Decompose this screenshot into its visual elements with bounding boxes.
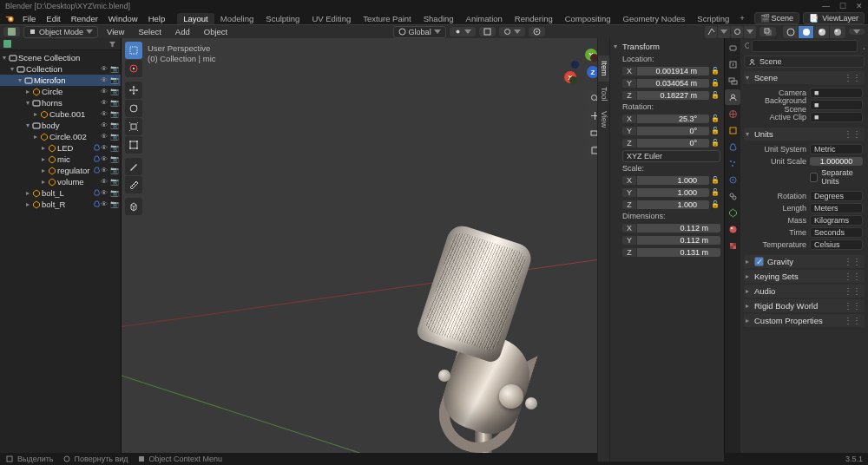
disclosure-triangle[interactable]: ▸ [39, 167, 47, 174]
prop-tab-particles[interactable] [725, 155, 740, 171]
prop-tab-render[interactable] [725, 40, 740, 56]
scale-y[interactable]: 1.000 [637, 188, 709, 197]
shading-material[interactable] [814, 26, 830, 38]
prop-tab-scene[interactable] [725, 89, 740, 105]
hide-viewport-icon[interactable]: 👁 [101, 189, 108, 197]
shading-wireframe[interactable] [783, 26, 799, 38]
tab-texture-paint[interactable]: Texture Paint [357, 13, 417, 24]
time-unit-dropdown[interactable]: Seconds [810, 227, 863, 238]
navigation-gizmo[interactable]: X Y Z [561, 45, 602, 87]
tool-select-box[interactable] [125, 42, 142, 59]
menu-edit[interactable]: Edit [41, 14, 65, 23]
hide-viewport-icon[interactable]: 👁 [101, 121, 108, 129]
rotation-x[interactable]: 25.3° [637, 115, 709, 123]
dim-y[interactable]: 0.112 m [637, 236, 720, 245]
shading-dropdown[interactable] [849, 29, 865, 35]
vp-menu-object[interactable]: Object [199, 27, 233, 36]
tree-row[interactable]: ▸LED👁📷 [0, 142, 121, 154]
panel-keying-header[interactable]: ▸Keying Sets⋮⋮ [744, 270, 865, 283]
disable-render-icon[interactable]: 📷 [110, 76, 118, 84]
disclosure-triangle[interactable]: ▸ [23, 189, 31, 197]
menu-file[interactable]: File [17, 14, 41, 23]
disable-render-icon[interactable]: 📷 [110, 200, 118, 208]
maximize-button[interactable]: ☐ [838, 2, 846, 10]
pivot-button[interactable] [450, 27, 476, 36]
3d-viewport[interactable]: Options User Perspective (0) Collection … [122, 38, 724, 462]
lock-icon[interactable]: 🔓 [710, 139, 720, 147]
tree-row[interactable]: ▾body👁📷 [0, 120, 121, 131]
disclosure-triangle[interactable]: ▸ [39, 144, 47, 152]
disclosure-triangle[interactable]: ▾ [23, 99, 31, 107]
lock-icon[interactable]: 🔓 [710, 200, 720, 208]
disable-render-icon[interactable]: 📷 [110, 88, 118, 95]
hide-viewport-icon[interactable]: 👁 [101, 200, 108, 208]
tab-add[interactable]: + [735, 13, 749, 24]
xray-button[interactable] [760, 27, 776, 36]
snap-button[interactable] [479, 27, 496, 36]
gravity-checkbox[interactable]: ✓ [754, 257, 764, 266]
proportional-button[interactable] [529, 27, 545, 36]
disclosure-triangle[interactable]: ▸ [39, 155, 47, 163]
rotation-y[interactable]: 0° [637, 127, 709, 135]
outliner-tree[interactable]: ▾Scene Collection▾Collection👁📷▾Microfon👁… [0, 50, 121, 462]
tree-row[interactable]: ▸bolt_R👁📷 [0, 199, 121, 210]
prop-tab-world[interactable] [725, 106, 740, 121]
viewlayer-selector[interactable]: 📑 ViewLayer [803, 12, 865, 24]
orientation-dropdown[interactable]: Global [393, 26, 446, 38]
rotation-z[interactable]: 0° [637, 139, 709, 147]
tab-modeling[interactable]: Modeling [214, 13, 260, 24]
pin-icon[interactable] [860, 42, 865, 51]
tree-row[interactable]: ▸Circle👁📷 [0, 86, 121, 97]
temperature-unit-dropdown[interactable]: Celsius [810, 239, 863, 250]
location-y[interactable]: 0.034054 m [637, 79, 709, 88]
hide-viewport-icon[interactable]: 👁 [101, 99, 108, 107]
scale-x[interactable]: 1.000 [637, 176, 709, 185]
hide-viewport-icon[interactable]: 👁 [101, 178, 108, 186]
prop-tab-data[interactable] [725, 205, 740, 220]
transform-panel-header[interactable]: ▾Transform [614, 40, 720, 53]
overlay-toggle[interactable] [731, 26, 743, 38]
prop-tab-texture[interactable] [725, 238, 740, 253]
tool-cursor[interactable] [125, 60, 142, 77]
tree-row[interactable]: ▾Scene Collection [0, 52, 121, 63]
minimize-button[interactable]: — [822, 2, 830, 10]
disclosure-triangle[interactable]: ▾ [16, 76, 23, 84]
disclosure-triangle[interactable]: ▾ [8, 65, 16, 73]
tool-measure[interactable] [125, 176, 142, 193]
tree-row[interactable]: ▾Microfon👁📷 [0, 75, 121, 86]
overlay-dropdown[interactable] [744, 26, 756, 38]
prop-tab-output[interactable] [725, 56, 740, 72]
outliner-type-icon[interactable] [3, 40, 11, 48]
properties-data-path[interactable]: Scene [744, 56, 865, 68]
hide-viewport-icon[interactable]: 👁 [101, 110, 108, 118]
disclosure-triangle[interactable]: ▸ [31, 133, 39, 141]
tree-row[interactable]: ▾horns👁📷 [0, 97, 121, 108]
disclosure-triangle[interactable]: ▸ [23, 200, 31, 208]
disable-render-icon[interactable]: 📷 [110, 178, 118, 186]
tab-scripting[interactable]: Scripting [691, 13, 735, 24]
tab-shading[interactable]: Shading [418, 13, 460, 24]
blender-logo-icon[interactable] [3, 12, 16, 24]
editor-type-button[interactable] [3, 27, 20, 36]
disclosure-triangle[interactable]: ▸ [31, 110, 39, 118]
panel-custom-props-header[interactable]: ▸Custom Properties⋮⋮ [744, 314, 865, 327]
panel-scene-header[interactable]: ▾Scene⋮⋮ [744, 71, 865, 84]
side-tab-view[interactable]: View [598, 106, 609, 133]
tree-row[interactable]: ▸Circle.002👁📷 [0, 131, 121, 142]
hide-viewport-icon[interactable]: 👁 [101, 144, 108, 152]
disable-render-icon[interactable]: 📷 [110, 121, 118, 129]
active-clip-field[interactable]: ■ [810, 112, 863, 122]
tab-sculpting[interactable]: Sculpting [260, 13, 306, 24]
hide-viewport-icon[interactable]: 👁 [101, 88, 108, 95]
unit-system-dropdown[interactable]: Metric [810, 144, 863, 154]
close-button[interactable]: ✕ [855, 2, 863, 10]
location-z[interactable]: 0.18227 m [637, 91, 709, 100]
tool-scale[interactable] [125, 118, 142, 135]
panel-audio-header[interactable]: ▸Audio⋮⋮ [744, 285, 865, 298]
vp-menu-add[interactable]: Add [170, 27, 195, 36]
tab-uv-editing[interactable]: UV Editing [306, 13, 357, 24]
tree-row[interactable]: ▸volume👁📷 [0, 176, 121, 187]
lock-icon[interactable]: 🔓 [710, 115, 720, 122]
prop-tab-object[interactable] [725, 122, 740, 138]
lock-icon[interactable]: 🔓 [710, 91, 720, 99]
